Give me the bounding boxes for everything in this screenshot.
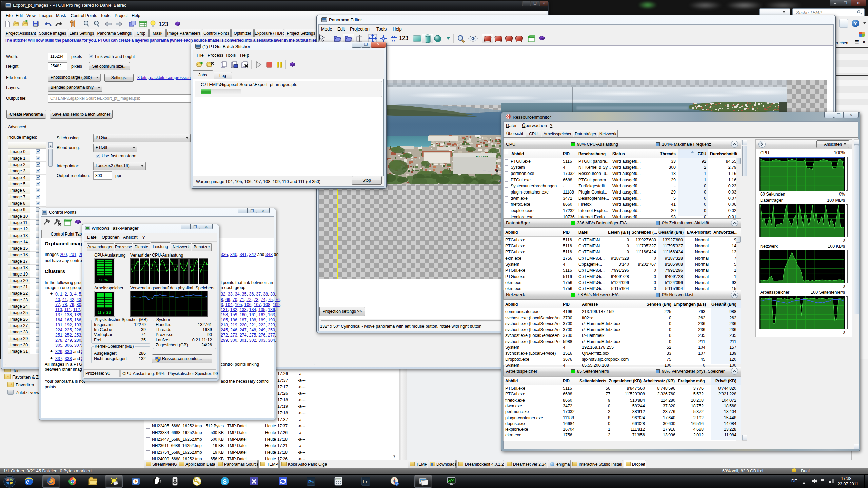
- svg-text:PLODINE: PLODINE: [476, 155, 488, 158]
- svg-text:S: S: [223, 478, 227, 485]
- svg-text:Lr: Lr: [363, 479, 367, 484]
- svg-text:Ps: Ps: [308, 479, 314, 484]
